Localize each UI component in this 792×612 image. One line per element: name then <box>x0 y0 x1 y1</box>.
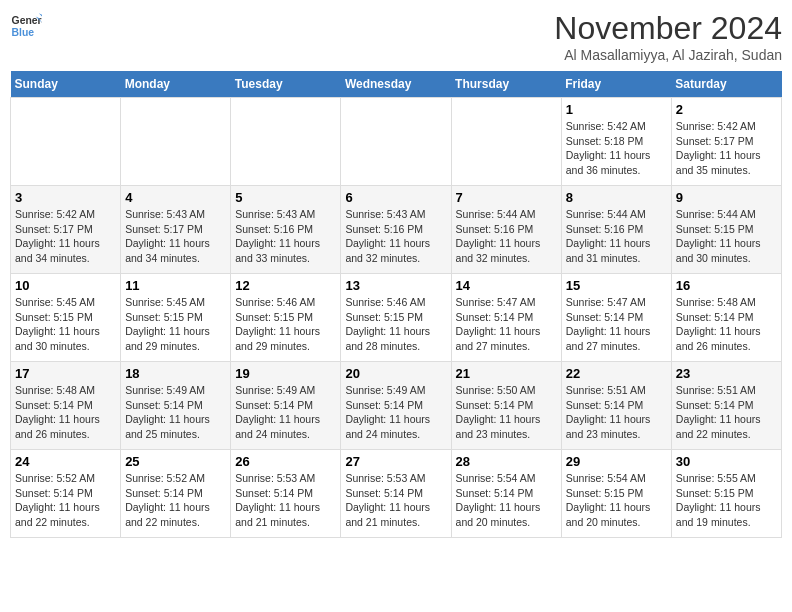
day-info: Sunrise: 5:53 AM Sunset: 5:14 PM Dayligh… <box>235 471 336 530</box>
day-info: Sunrise: 5:54 AM Sunset: 5:15 PM Dayligh… <box>566 471 667 530</box>
day-number: 1 <box>566 102 667 117</box>
calendar-cell: 11Sunrise: 5:45 AM Sunset: 5:15 PM Dayli… <box>121 274 231 362</box>
page-header: General Blue November 2024 Al Masallamiy… <box>10 10 782 63</box>
calendar-cell: 26Sunrise: 5:53 AM Sunset: 5:14 PM Dayli… <box>231 450 341 538</box>
day-info: Sunrise: 5:55 AM Sunset: 5:15 PM Dayligh… <box>676 471 777 530</box>
calendar-cell: 18Sunrise: 5:49 AM Sunset: 5:14 PM Dayli… <box>121 362 231 450</box>
day-info: Sunrise: 5:42 AM Sunset: 5:17 PM Dayligh… <box>15 207 116 266</box>
day-number: 28 <box>456 454 557 469</box>
calendar-cell <box>231 98 341 186</box>
day-info: Sunrise: 5:42 AM Sunset: 5:18 PM Dayligh… <box>566 119 667 178</box>
day-number: 20 <box>345 366 446 381</box>
svg-text:General: General <box>12 15 42 26</box>
day-number: 6 <box>345 190 446 205</box>
calendar-week-row: 3Sunrise: 5:42 AM Sunset: 5:17 PM Daylig… <box>11 186 782 274</box>
calendar-week-row: 24Sunrise: 5:52 AM Sunset: 5:14 PM Dayli… <box>11 450 782 538</box>
day-info: Sunrise: 5:43 AM Sunset: 5:17 PM Dayligh… <box>125 207 226 266</box>
day-info: Sunrise: 5:44 AM Sunset: 5:16 PM Dayligh… <box>456 207 557 266</box>
day-info: Sunrise: 5:54 AM Sunset: 5:14 PM Dayligh… <box>456 471 557 530</box>
day-number: 4 <box>125 190 226 205</box>
day-of-week-header: Wednesday <box>341 71 451 98</box>
day-number: 19 <box>235 366 336 381</box>
day-info: Sunrise: 5:42 AM Sunset: 5:17 PM Dayligh… <box>676 119 777 178</box>
day-number: 15 <box>566 278 667 293</box>
day-info: Sunrise: 5:48 AM Sunset: 5:14 PM Dayligh… <box>15 383 116 442</box>
calendar-table: SundayMondayTuesdayWednesdayThursdayFrid… <box>10 71 782 538</box>
calendar-cell <box>451 98 561 186</box>
logo: General Blue <box>10 10 42 42</box>
day-of-week-header: Monday <box>121 71 231 98</box>
calendar-cell: 8Sunrise: 5:44 AM Sunset: 5:16 PM Daylig… <box>561 186 671 274</box>
calendar-cell: 25Sunrise: 5:52 AM Sunset: 5:14 PM Dayli… <box>121 450 231 538</box>
calendar-cell: 4Sunrise: 5:43 AM Sunset: 5:17 PM Daylig… <box>121 186 231 274</box>
calendar-cell: 2Sunrise: 5:42 AM Sunset: 5:17 PM Daylig… <box>671 98 781 186</box>
day-info: Sunrise: 5:49 AM Sunset: 5:14 PM Dayligh… <box>125 383 226 442</box>
day-info: Sunrise: 5:43 AM Sunset: 5:16 PM Dayligh… <box>235 207 336 266</box>
day-number: 11 <box>125 278 226 293</box>
day-number: 8 <box>566 190 667 205</box>
day-number: 14 <box>456 278 557 293</box>
day-of-week-header: Thursday <box>451 71 561 98</box>
day-of-week-header: Tuesday <box>231 71 341 98</box>
calendar-cell: 12Sunrise: 5:46 AM Sunset: 5:15 PM Dayli… <box>231 274 341 362</box>
calendar-cell: 29Sunrise: 5:54 AM Sunset: 5:15 PM Dayli… <box>561 450 671 538</box>
calendar-cell: 14Sunrise: 5:47 AM Sunset: 5:14 PM Dayli… <box>451 274 561 362</box>
day-number: 22 <box>566 366 667 381</box>
calendar-cell: 24Sunrise: 5:52 AM Sunset: 5:14 PM Dayli… <box>11 450 121 538</box>
day-info: Sunrise: 5:52 AM Sunset: 5:14 PM Dayligh… <box>125 471 226 530</box>
day-number: 3 <box>15 190 116 205</box>
calendar-cell <box>11 98 121 186</box>
day-number: 18 <box>125 366 226 381</box>
day-info: Sunrise: 5:47 AM Sunset: 5:14 PM Dayligh… <box>456 295 557 354</box>
day-number: 27 <box>345 454 446 469</box>
day-info: Sunrise: 5:43 AM Sunset: 5:16 PM Dayligh… <box>345 207 446 266</box>
day-of-week-header: Saturday <box>671 71 781 98</box>
calendar-cell: 6Sunrise: 5:43 AM Sunset: 5:16 PM Daylig… <box>341 186 451 274</box>
day-info: Sunrise: 5:53 AM Sunset: 5:14 PM Dayligh… <box>345 471 446 530</box>
calendar-cell <box>341 98 451 186</box>
calendar-cell: 22Sunrise: 5:51 AM Sunset: 5:14 PM Dayli… <box>561 362 671 450</box>
calendar-cell <box>121 98 231 186</box>
calendar-cell: 17Sunrise: 5:48 AM Sunset: 5:14 PM Dayli… <box>11 362 121 450</box>
day-info: Sunrise: 5:46 AM Sunset: 5:15 PM Dayligh… <box>235 295 336 354</box>
calendar-cell: 15Sunrise: 5:47 AM Sunset: 5:14 PM Dayli… <box>561 274 671 362</box>
day-info: Sunrise: 5:44 AM Sunset: 5:15 PM Dayligh… <box>676 207 777 266</box>
day-info: Sunrise: 5:51 AM Sunset: 5:14 PM Dayligh… <box>676 383 777 442</box>
day-info: Sunrise: 5:49 AM Sunset: 5:14 PM Dayligh… <box>235 383 336 442</box>
calendar-week-row: 17Sunrise: 5:48 AM Sunset: 5:14 PM Dayli… <box>11 362 782 450</box>
day-number: 25 <box>125 454 226 469</box>
calendar-cell: 9Sunrise: 5:44 AM Sunset: 5:15 PM Daylig… <box>671 186 781 274</box>
day-info: Sunrise: 5:48 AM Sunset: 5:14 PM Dayligh… <box>676 295 777 354</box>
day-number: 9 <box>676 190 777 205</box>
day-number: 24 <box>15 454 116 469</box>
calendar-cell: 21Sunrise: 5:50 AM Sunset: 5:14 PM Dayli… <box>451 362 561 450</box>
title-area: November 2024 Al Masallamiyya, Al Jazira… <box>554 10 782 63</box>
day-number: 12 <box>235 278 336 293</box>
calendar-cell: 13Sunrise: 5:46 AM Sunset: 5:15 PM Dayli… <box>341 274 451 362</box>
calendar-cell: 16Sunrise: 5:48 AM Sunset: 5:14 PM Dayli… <box>671 274 781 362</box>
day-number: 5 <box>235 190 336 205</box>
calendar-cell: 5Sunrise: 5:43 AM Sunset: 5:16 PM Daylig… <box>231 186 341 274</box>
calendar-week-row: 10Sunrise: 5:45 AM Sunset: 5:15 PM Dayli… <box>11 274 782 362</box>
svg-text:Blue: Blue <box>12 27 35 38</box>
calendar-cell: 20Sunrise: 5:49 AM Sunset: 5:14 PM Dayli… <box>341 362 451 450</box>
location-subtitle: Al Masallamiyya, Al Jazirah, Sudan <box>554 47 782 63</box>
day-number: 26 <box>235 454 336 469</box>
calendar-cell: 7Sunrise: 5:44 AM Sunset: 5:16 PM Daylig… <box>451 186 561 274</box>
calendar-cell: 3Sunrise: 5:42 AM Sunset: 5:17 PM Daylig… <box>11 186 121 274</box>
calendar-cell: 30Sunrise: 5:55 AM Sunset: 5:15 PM Dayli… <box>671 450 781 538</box>
day-info: Sunrise: 5:46 AM Sunset: 5:15 PM Dayligh… <box>345 295 446 354</box>
logo-icon: General Blue <box>10 10 42 42</box>
calendar-cell: 27Sunrise: 5:53 AM Sunset: 5:14 PM Dayli… <box>341 450 451 538</box>
day-number: 7 <box>456 190 557 205</box>
day-number: 10 <box>15 278 116 293</box>
day-number: 16 <box>676 278 777 293</box>
calendar-week-row: 1Sunrise: 5:42 AM Sunset: 5:18 PM Daylig… <box>11 98 782 186</box>
day-of-week-header: Friday <box>561 71 671 98</box>
day-number: 23 <box>676 366 777 381</box>
day-info: Sunrise: 5:45 AM Sunset: 5:15 PM Dayligh… <box>125 295 226 354</box>
day-of-week-header: Sunday <box>11 71 121 98</box>
calendar-cell: 19Sunrise: 5:49 AM Sunset: 5:14 PM Dayli… <box>231 362 341 450</box>
day-info: Sunrise: 5:51 AM Sunset: 5:14 PM Dayligh… <box>566 383 667 442</box>
calendar-body: 1Sunrise: 5:42 AM Sunset: 5:18 PM Daylig… <box>11 98 782 538</box>
